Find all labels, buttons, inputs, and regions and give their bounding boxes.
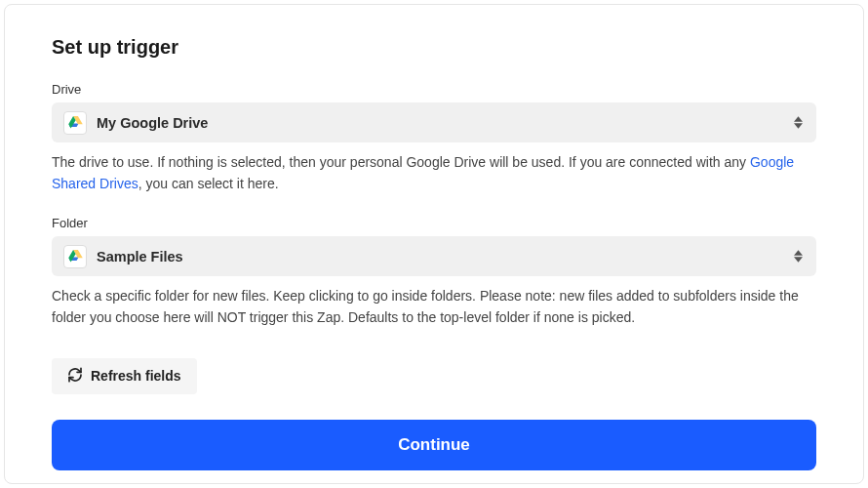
google-drive-icon bbox=[63, 245, 87, 268]
folder-label: Folder bbox=[52, 216, 816, 230]
folder-field-group: Folder Sample Files Check a specific fol… bbox=[52, 216, 816, 328]
refresh-fields-button[interactable]: Refresh fields bbox=[52, 358, 197, 394]
refresh-icon bbox=[67, 367, 83, 386]
chevron-updown-icon bbox=[791, 248, 805, 265]
chevron-updown-icon bbox=[791, 114, 805, 132]
folder-select-value: Sample Files bbox=[97, 249, 791, 264]
folder-help-text: Check a specific folder for new files. K… bbox=[52, 286, 816, 328]
drive-field-group: Drive My Google Drive The drive to use. … bbox=[52, 82, 816, 194]
drive-select-value: My Google Drive bbox=[97, 115, 791, 131]
page-title: Set up trigger bbox=[52, 36, 816, 59]
drive-select[interactable]: My Google Drive bbox=[52, 102, 816, 142]
refresh-button-label: Refresh fields bbox=[91, 368, 181, 384]
continue-button[interactable]: Continue bbox=[52, 420, 816, 470]
trigger-setup-panel: Set up trigger Drive My Google Drive The… bbox=[4, 4, 864, 484]
drive-help-text: The drive to use. If nothing is selected… bbox=[52, 152, 816, 194]
drive-label: Drive bbox=[52, 82, 816, 97]
google-drive-icon bbox=[63, 111, 87, 135]
folder-select[interactable]: Sample Files bbox=[52, 236, 816, 276]
